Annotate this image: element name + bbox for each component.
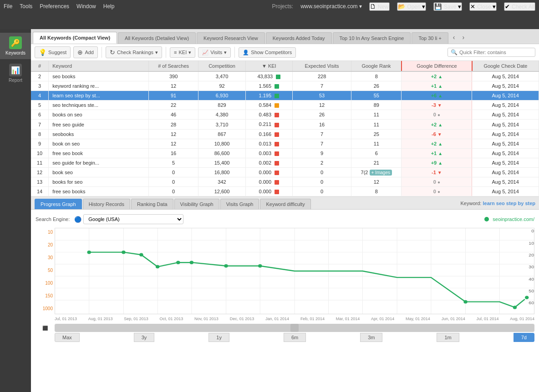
table-row[interactable]: 12book seo016,8000.000 07(2 + Images-1 ▼… (31, 167, 539, 177)
menu-preferences[interactable]: Preferences (40, 3, 69, 10)
x-label-2: Sep, 01 2013 (124, 317, 148, 321)
range-slider-handle[interactable] (290, 324, 299, 332)
table-row[interactable]: 14free seo books012,6000.000 080 ●Aug 5,… (31, 187, 539, 196)
tab-ranking-data[interactable]: Ranking Data (131, 199, 173, 209)
col-rank[interactable]: Google Rank (351, 61, 402, 71)
cell-visits: 26 (293, 110, 351, 120)
table-row[interactable]: 10free seo book1686,6000.003 96+1 ▲Aug 5… (31, 148, 539, 158)
tab-detailed[interactable]: All Keywords (Detailed View) (118, 32, 196, 44)
tab-visits-graph[interactable]: Visits Graph (220, 199, 259, 209)
sidebar-item-keywords[interactable]: 🔑 Keywords (0, 33, 31, 59)
cell-kei: 0.003 (245, 148, 292, 158)
time-btn-3y[interactable]: 3y (134, 333, 155, 342)
save-button[interactable]: 💾 Save ▾ (433, 2, 462, 11)
tab-next-arrow[interactable]: › (459, 31, 468, 44)
cell-searches: 0 (148, 187, 198, 196)
check-all-button[interactable]: ✔ Check All (504, 2, 535, 11)
cell-kei: 0.000 (245, 167, 292, 177)
cell-diff: 0 ● (402, 177, 472, 187)
new-button[interactable]: 🗋 New (369, 2, 390, 11)
check-rankings-button[interactable]: ↻ Check Rankings ▾ (106, 46, 162, 58)
cell-keyword: seobooks (49, 129, 149, 139)
cell-kei: 0.000 (245, 177, 292, 187)
col-searches[interactable]: # of Searches (148, 61, 198, 71)
time-btn-1y[interactable]: 1y (208, 333, 229, 342)
tab-keyword-difficulty[interactable]: Keyword difficulty (260, 199, 310, 209)
tab-prev-arrow[interactable]: ‹ (449, 31, 459, 44)
cell-rank: 7(2 + Images (351, 167, 402, 177)
time-btn-3m[interactable]: 3m (360, 333, 382, 342)
table-row[interactable]: 5seo techniques ste...228290.584 1289-3 … (31, 101, 539, 110)
quick-filter-input[interactable] (459, 50, 532, 55)
graph-area: Search Engine: 🔵 Google (USA) seoinpract… (31, 210, 539, 392)
menu-tools[interactable]: Tools (20, 3, 32, 10)
quick-filter-box[interactable]: 🔍 (447, 48, 535, 57)
table-row[interactable]: 2seo books3903,47043,833 2288+2 ▲Aug 5, … (31, 71, 539, 81)
tab-history-records[interactable]: History Records (83, 199, 130, 209)
search-engine-select[interactable]: Google (USA) (83, 214, 183, 224)
competitors-icon: 👤 (243, 50, 249, 55)
sidebar-item-report[interactable]: 📊 Report (0, 60, 31, 86)
tab-research[interactable]: Keyword Research View (197, 32, 265, 44)
table-row[interactable]: 6books on seo464,3800.483 26110 ●Aug 5, … (31, 110, 539, 120)
table-row[interactable]: 9book on seo1210,8000.013 711+2 ▲Aug 5, … (31, 139, 539, 148)
col-keyword[interactable]: Keyword (49, 61, 149, 71)
visits-dropdown-icon: ▾ (224, 50, 227, 55)
col-num[interactable]: # (31, 61, 49, 71)
menu-file[interactable]: File (4, 3, 12, 10)
cell-diff: +1 ▲ (402, 148, 472, 158)
svg-text:20: 20 (529, 253, 534, 257)
svg-text:50: 50 (529, 289, 534, 293)
projects-label: Projects: (272, 3, 294, 10)
col-kei[interactable]: ▼ KEI (245, 61, 292, 71)
table-row[interactable]: 11seo guide for begin...515,4000.002 221… (31, 158, 539, 167)
col-competition[interactable]: Competition (198, 61, 245, 71)
x-label-4: Nov, 01 2013 (194, 317, 219, 321)
kei-button[interactable]: ≡ KEI ▾ (170, 47, 195, 58)
show-competitors-button[interactable]: 👤 Show Competitors (239, 47, 296, 58)
add-button[interactable]: ⊕ Add (73, 46, 98, 58)
tab-progress-graph[interactable]: Progress Graph (35, 199, 82, 209)
keywords-icon: 🔑 (9, 36, 22, 49)
cell-num: 9 (31, 139, 49, 148)
table-row[interactable]: 13books for seo03420.000 0120 ●Aug 5, 20… (31, 177, 539, 187)
cell-diff: +1 ▲ (402, 81, 472, 91)
table-row[interactable]: 3keyword ranking re...12921.565 726+1 ▲A… (31, 81, 539, 91)
tab-visibility-graph[interactable]: Visibility Graph (174, 199, 219, 209)
table-row[interactable]: 4learn seo step by st...916,9301.195 535… (31, 91, 539, 101)
open-button[interactable]: 📂 Open ▾ (397, 2, 427, 11)
visits-button[interactable]: 📈 Visits ▾ (198, 47, 231, 58)
tab-top10[interactable]: Top 10 In Any Search Engine (333, 32, 411, 44)
sidebar-label-keywords: Keywords (5, 50, 25, 55)
data-point-1 (122, 251, 125, 254)
cell-rank: 11 (351, 139, 402, 148)
data-point-8 (463, 300, 467, 304)
cell-rank: 11 (351, 110, 402, 120)
y-left-2: 30 (36, 255, 55, 260)
time-btn-1m[interactable]: 1m (437, 333, 459, 342)
col-date[interactable]: Google Check Date (472, 61, 539, 71)
tab-top30[interactable]: Top 30 li + (412, 32, 448, 44)
time-btn-6m[interactable]: 6m (284, 333, 306, 342)
tab-compact[interactable]: All Keywords (Compact View) (33, 32, 117, 44)
suggest-button[interactable]: 💡 Suggest (35, 46, 71, 58)
cell-searches: 22 (148, 101, 198, 110)
x-label-10: May, 01 2014 (406, 317, 430, 321)
time-btn-7d[interactable]: 7d (514, 333, 534, 342)
project-dropdown[interactable]: www.seoinpractice.com ▾ (300, 3, 362, 10)
menu-help[interactable]: Help (103, 3, 115, 10)
x-label-5: Dec, 01 2013 (230, 317, 254, 321)
close-button[interactable]: ✕ Close ▾ (469, 2, 497, 11)
col-diff[interactable]: Google Difference (402, 61, 472, 71)
menu-window[interactable]: Window (76, 3, 96, 10)
table-row[interactable]: 8seobooks128670.166 725-6 ▼Aug 5, 2014 (31, 129, 539, 139)
cell-rank: 6 (351, 148, 402, 158)
x-label-12: Jul, 01 2014 (477, 317, 499, 321)
table-row[interactable]: 7free seo guide283,7100.211 1611+2 ▲Aug … (31, 120, 539, 129)
export-icon[interactable]: ⬛ (42, 326, 48, 331)
col-visits[interactable]: Expected Visits (293, 61, 351, 71)
x-label-13: Aug, 01 2014 (510, 317, 534, 321)
tab-added-today[interactable]: Keywords Added Today (266, 32, 332, 44)
time-btn-max[interactable]: Max (55, 333, 80, 342)
cell-rank: 55 (351, 91, 402, 101)
